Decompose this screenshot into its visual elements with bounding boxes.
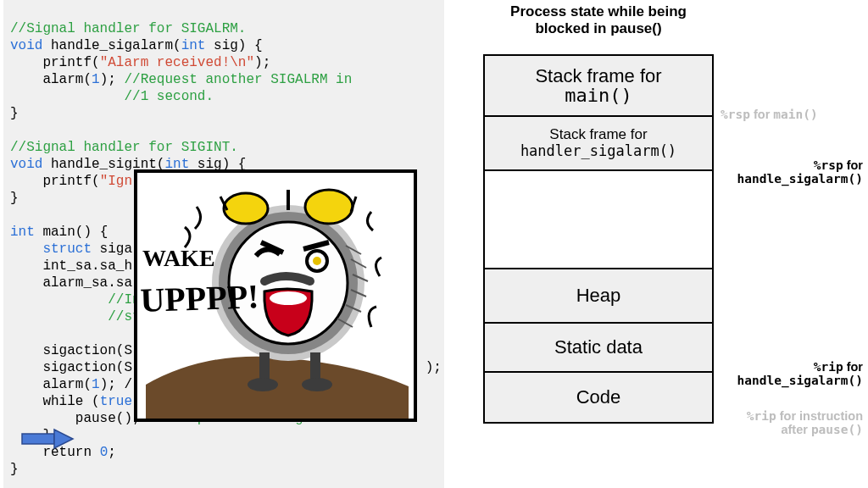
memory-diagram-panel: Process state while being blocked in pau… bbox=[475, 0, 865, 488]
heap-region: Heap bbox=[485, 269, 712, 324]
svg-rect-13 bbox=[259, 352, 270, 381]
stack-gap bbox=[485, 171, 712, 269]
memory-stack: Stack frame for main() Stack frame for h… bbox=[483, 54, 714, 424]
ann-rsp-main: %rsp for main() bbox=[721, 108, 865, 122]
svg-rect-0 bbox=[22, 434, 54, 444]
diagram-title: Process state while being blocked in pau… bbox=[483, 3, 714, 36]
svg-point-9 bbox=[313, 257, 321, 265]
svg-point-5 bbox=[224, 193, 268, 224]
code-region: Code bbox=[485, 373, 712, 422]
ann-rsp-handler: %rsp for handle_sigalarm() bbox=[719, 159, 863, 186]
stack-handler-frame: Stack frame for handler_sigalarm() bbox=[485, 117, 712, 171]
ann-rip-pause: %rip for instruction after pause() bbox=[719, 410, 863, 437]
svg-point-12 bbox=[270, 291, 307, 305]
alarm-clock-illustration: WAKE UPPPP! bbox=[134, 169, 417, 422]
svg-text:UPPPP!: UPPPP! bbox=[140, 277, 259, 319]
svg-marker-1 bbox=[54, 430, 73, 448]
svg-text:WAKE: WAKE bbox=[142, 245, 215, 271]
svg-point-15 bbox=[248, 378, 278, 391]
current-line-arrow-icon bbox=[20, 428, 75, 450]
stack-main-frame: Stack frame for main() bbox=[485, 56, 712, 117]
svg-point-16 bbox=[302, 378, 332, 391]
static-data-region: Static data bbox=[485, 324, 712, 373]
ann-rip-handler: %rip for handle_sigalarm() bbox=[719, 361, 863, 388]
svg-rect-14 bbox=[310, 352, 320, 381]
code-panel: //Signal handler for SIGALRM. void handl… bbox=[3, 0, 444, 488]
svg-point-6 bbox=[305, 190, 353, 224]
